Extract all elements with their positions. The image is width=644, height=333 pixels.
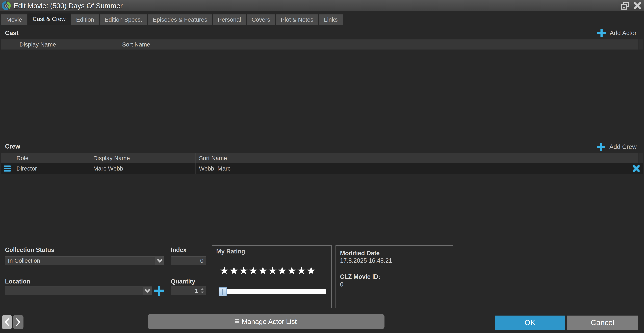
chevron-down-icon[interactable] [155, 257, 164, 265]
index-label: Index [171, 246, 186, 253]
tab-covers[interactable]: Covers [246, 15, 275, 25]
cast-header-tick [627, 42, 627, 47]
cast-header-spacer [1, 40, 16, 50]
crew-header-spacer [1, 153, 13, 163]
tab-bar: Movie Cast & Crew Edition Edition Specs.… [0, 12, 644, 25]
quantity-field[interactable]: 1 [171, 286, 206, 295]
quantity-value: 1 [195, 287, 198, 294]
cast-section-title: Cast [5, 30, 18, 37]
crew-header-display-name: Display Name [90, 153, 196, 163]
close-window-button[interactable] [632, 1, 643, 11]
restore-icon [621, 2, 630, 10]
crew-header-sort-name: Sort Name [196, 153, 638, 163]
crew-cell-role[interactable]: Director [13, 163, 90, 174]
tab-cast-and-crew[interactable]: Cast & Crew [28, 13, 70, 25]
chevron-right-icon [16, 318, 21, 326]
manage-actor-list-button[interactable]: Manage Actor List [148, 314, 384, 329]
location-dropdown[interactable] [5, 286, 152, 295]
title-bar: Edit Movie: (500) Days Of Summer [0, 0, 644, 12]
cancel-button[interactable]: Cancel [567, 315, 638, 330]
crew-header-role: Role [13, 153, 90, 163]
modified-date-value: 17.8.2025 16.48.21 [340, 257, 392, 264]
add-location-button[interactable] [154, 285, 164, 297]
rating-slider-thumb[interactable] [218, 287, 227, 296]
add-crew-button[interactable]: Add Crew [596, 142, 636, 152]
rating-slider-track[interactable] [219, 289, 326, 294]
crew-cell-display-name[interactable]: Marc Webb [90, 163, 196, 174]
crew-row-delete-button[interactable] [629, 163, 643, 174]
delete-x-icon [632, 164, 640, 173]
tab-personal[interactable]: Personal [213, 15, 246, 25]
add-crew-label: Add Crew [610, 143, 636, 150]
tab-movie[interactable]: Movie [1, 15, 27, 25]
stepper-up-icon[interactable] [201, 288, 204, 290]
crew-table-header: Role Display Name Sort Name [1, 153, 643, 163]
cast-table-header: Display Name Sort Name [1, 40, 643, 50]
list-icon [235, 319, 239, 324]
location-label: Location [5, 278, 30, 285]
location-value [5, 287, 143, 295]
my-rating-label: My Rating [212, 246, 331, 257]
hamburger-icon [4, 165, 11, 172]
modified-date-panel: Modified Date 17.8.2025 16.48.21 CLZ Mov… [336, 245, 453, 308]
quantity-stepper[interactable] [201, 288, 204, 293]
edit-movie-dialog: Edit Movie: (500) Days Of Summer Movie C… [0, 0, 644, 333]
crew-row-director[interactable]: Director Marc Webb Webb, Marc [1, 163, 643, 174]
plus-icon [154, 285, 164, 296]
star-row[interactable]: ★★★★★★★★★★ [220, 264, 316, 277]
plus-icon [596, 142, 606, 152]
restore-window-button[interactable] [620, 1, 630, 11]
app-logo-icon [2, 1, 11, 10]
chevron-down-icon[interactable] [143, 287, 152, 295]
tab-plot-notes[interactable]: Plot & Notes [276, 15, 318, 25]
nav-back-button[interactable] [2, 315, 12, 329]
stepper-down-icon[interactable] [201, 291, 204, 293]
collection-status-value: In Collection [5, 257, 155, 265]
tab-edition-specs[interactable]: Edition Specs. [100, 15, 147, 25]
clz-movie-id-value: 0 [340, 281, 344, 288]
close-icon [634, 2, 642, 10]
index-field[interactable]: 0 [171, 256, 206, 265]
tab-edition[interactable]: Edition [71, 15, 99, 25]
clz-movie-id-label: CLZ Movie ID: [340, 273, 380, 280]
quantity-label: Quantity [171, 278, 195, 285]
dialog-title: Edit Movie: (500) Days Of Summer [14, 0, 123, 12]
add-actor-label: Add Actor [610, 30, 636, 37]
crew-header-gutter [638, 153, 643, 163]
my-rating-panel: My Rating ★★★★★★★★★★ [212, 245, 332, 308]
nav-forward-button[interactable] [13, 315, 24, 329]
ok-button[interactable]: OK [495, 315, 565, 330]
cast-header-display-name: Display Name [16, 40, 119, 50]
tab-links[interactable]: Links [319, 15, 343, 25]
crew-cell-sort-name[interactable]: Webb, Marc [196, 163, 629, 174]
manage-actor-list-label: Manage Actor List [242, 318, 297, 325]
plus-icon [597, 28, 606, 38]
modified-date-label: Modified Date [340, 250, 380, 257]
add-actor-button[interactable]: Add Actor [597, 28, 636, 38]
crew-row-drag-handle[interactable] [1, 163, 13, 174]
cast-list-empty-area[interactable] [1, 50, 643, 142]
index-value: 0 [200, 257, 204, 264]
collection-status-dropdown[interactable]: In Collection [5, 256, 164, 265]
cast-header-gutter [638, 40, 643, 50]
cast-header-sort-name: Sort Name [119, 40, 638, 50]
chevron-left-icon [4, 318, 10, 326]
collection-status-label: Collection Status [5, 246, 54, 253]
tab-episodes-features[interactable]: Episodes & Features [148, 15, 212, 25]
crew-section-title: Crew [5, 143, 20, 150]
